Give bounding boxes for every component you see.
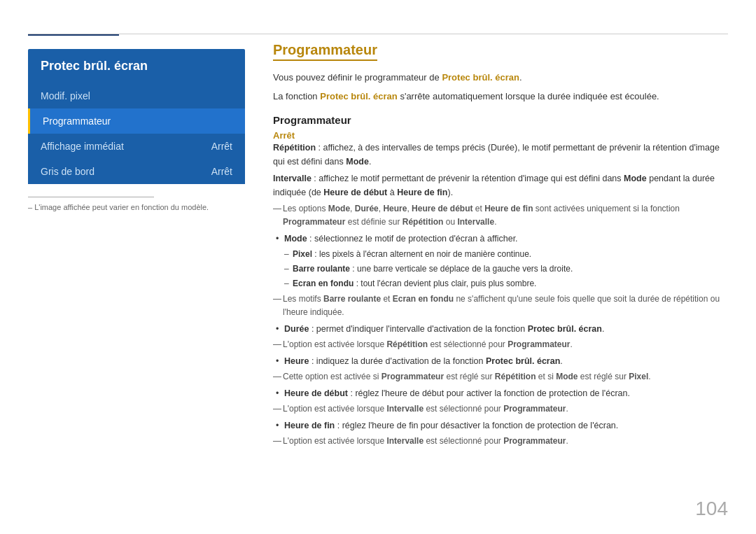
bullet-heure-fin: Heure de fin : réglez l'heure de fin pou…	[273, 419, 728, 433]
sidebar-item-modif-pixel[interactable]: Modif. pixel	[28, 83, 245, 108]
sidebar-item-programmateur[interactable]: Programmateur	[28, 108, 245, 134]
sidebar-item-affichage-immediat[interactable]: Affichage immédiat Arrêt	[28, 134, 245, 159]
page-number: 104	[695, 498, 728, 520]
sub-ecran-en-fondu: Ecran en fondu : tout l'écran devient pl…	[273, 277, 728, 290]
sidebar-note: – L'image affichée peut varier en foncti…	[28, 203, 245, 211]
note-duree: L'option est activée lorsque Répétition …	[273, 338, 728, 351]
intro-line-1: Vous pouvez définir le programmateur de …	[273, 71, 728, 85]
note-heure-debut: L'option est activée lorsque Intervalle …	[273, 402, 728, 416]
bullet-heure: Heure : indiquez la durée d'activation d…	[273, 354, 728, 368]
sidebar-header: Protec brûl. écran	[28, 49, 245, 83]
intro-line-2: La fonction Protec brûl. écran s'arrête …	[273, 90, 728, 104]
sidebar-item-value: Arrêt	[211, 141, 232, 152]
content-title: Programmateur	[273, 42, 377, 61]
sidebar: Protec brûl. écran Modif. pixel Programm…	[28, 49, 245, 211]
arret-label: Arrêt	[273, 130, 728, 141]
top-divider	[28, 34, 728, 34]
bullet-mode: Mode : sélectionnez le motif de protecti…	[273, 232, 728, 246]
note-barre-roulante: Les motifs Barre roulante et Ecran en fo…	[273, 293, 728, 319]
intro-bold-2: Protec brûl. écran	[320, 91, 398, 101]
bullet-duree: Durée : permet d'indiquer l'intervalle d…	[273, 322, 728, 336]
bullet-heure-debut: Heure de début : réglez l'heure de début…	[273, 386, 728, 400]
note-heure: Cette option est activée si Programmateu…	[273, 370, 728, 384]
sidebar-item-gris-de-bord[interactable]: Gris de bord Arrêt	[28, 159, 245, 184]
intervalle-text: Intervalle : affichez le motif permettan…	[273, 171, 728, 199]
note-heure-fin: L'option est activée lorsque Intervalle …	[273, 435, 728, 448]
section-title: Programmateur	[273, 114, 728, 126]
repetition-text: Répétition : affichez, à des intervalles…	[273, 141, 728, 169]
intro-bold-1: Protec brûl. écran	[442, 72, 519, 83]
sidebar-item-label: Gris de bord	[41, 166, 94, 177]
main-content: Programmateur Vous pouvez définir le pro…	[273, 42, 728, 506]
sidebar-item-label: Affichage immédiat	[41, 141, 124, 152]
sub-pixel: Pixel : les pixels à l'écran alternent e…	[273, 248, 728, 261]
sidebar-divider	[28, 197, 154, 197]
sidebar-item-value: Arrêt	[211, 166, 232, 177]
note-options: Les options Mode, Durée, Heure, Heure de…	[273, 202, 728, 229]
sub-barre-roulante: Barre roulante : une barre verticale se …	[273, 262, 728, 276]
